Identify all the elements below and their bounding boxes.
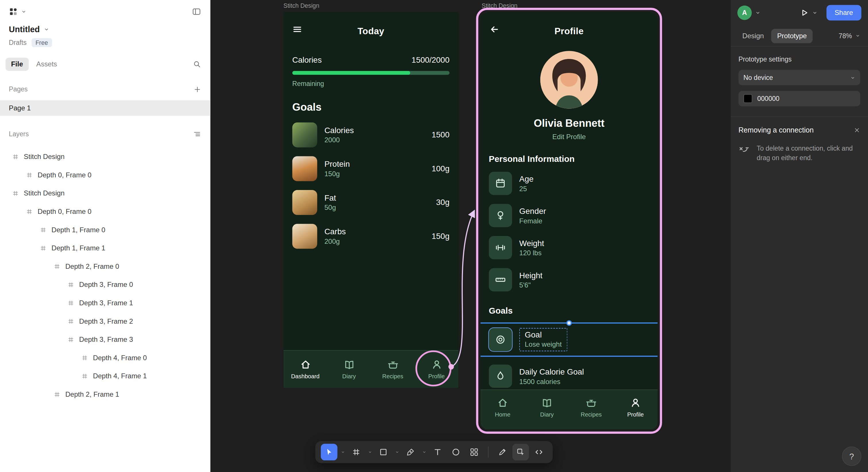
profile-name: Olivia Bennett [489, 118, 649, 130]
layer-row[interactable]: Stitch Design [0, 147, 210, 166]
nav-dashboard[interactable]: Dashboard [283, 351, 327, 388]
inspect-tool[interactable] [513, 444, 529, 461]
move-tool[interactable] [321, 444, 338, 461]
canvas[interactable]: Stitch Design Stitch Design Today Calori… [210, 0, 731, 472]
goal-row-selected[interactable]: GoalLose weight [489, 323, 649, 357]
figma-window: Untitled Drafts Free File Assets Pages P… [0, 0, 868, 472]
edit-profile-link[interactable]: Edit Profile [489, 133, 649, 141]
layer-row[interactable]: Depth 3, Frame 0 [0, 275, 210, 294]
actions-tool[interactable] [466, 444, 483, 461]
layer-options-icon[interactable] [193, 130, 201, 138]
file-name: Untitled [9, 24, 40, 34]
frame-icon [67, 299, 74, 306]
nav-diary[interactable]: Diary [525, 390, 569, 425]
prototype-settings-header: Prototype settings [739, 56, 860, 63]
close-icon[interactable] [854, 126, 860, 133]
toggle-sidebar-icon[interactable] [192, 7, 201, 16]
home-icon [300, 359, 311, 370]
insertion-dot[interactable] [566, 320, 572, 326]
chevron-down-icon[interactable] [339, 444, 346, 461]
tip-title: Removing a connection [739, 126, 814, 134]
chevron-down-icon[interactable] [812, 10, 817, 16]
nav-home[interactable]: Home [480, 390, 525, 425]
layers-header: Layers [9, 130, 29, 138]
nav-profile[interactable]: Profile [613, 390, 657, 425]
pen-tool[interactable] [402, 444, 419, 461]
search-icon[interactable] [193, 60, 201, 68]
layer-row[interactable]: Depth 2, Frame 0 [0, 257, 210, 275]
goal-item[interactable]: Carbs200g 150g [292, 223, 450, 249]
file-location[interactable]: Drafts [9, 39, 27, 47]
layer-row[interactable]: Depth 3, Frame 3 [0, 330, 210, 349]
frame-tool[interactable] [348, 444, 365, 461]
pot-icon [586, 397, 597, 409]
file-title[interactable]: Untitled [0, 16, 210, 34]
add-page-icon[interactable] [194, 86, 201, 93]
info-row[interactable]: GenderFemale [489, 203, 649, 228]
menu-icon[interactable] [292, 24, 303, 34]
device-value: No device [743, 73, 773, 81]
tip-panel: Removing a connection To delete a connec… [731, 117, 868, 163]
layer-label: Depth 0, Frame 0 [38, 208, 91, 215]
layer-row[interactable]: Depth 1, Frame 0 [0, 220, 210, 239]
page-item[interactable]: Page 1 [0, 100, 210, 116]
layer-row[interactable]: Stitch Design [0, 184, 210, 202]
info-row[interactable]: Age25 [489, 171, 649, 196]
layer-row[interactable]: Depth 4, Frame 1 [0, 367, 210, 385]
frame-icon [26, 171, 33, 178]
present-icon[interactable] [800, 8, 809, 17]
layer-row[interactable]: Depth 3, Frame 2 [0, 312, 210, 330]
nav-profile[interactable]: Profile [415, 351, 458, 388]
zoom-control[interactable]: 78% [839, 32, 863, 40]
tab-design[interactable]: Design [736, 28, 770, 43]
chevron-down-icon[interactable] [421, 444, 428, 461]
goal-item-value: 150g [432, 232, 450, 241]
goal-item-sub: 200g [324, 237, 424, 245]
chevron-down-icon[interactable] [366, 444, 373, 461]
pencil-tool[interactable] [494, 444, 511, 461]
chevron-down-icon[interactable] [393, 444, 400, 461]
rectangle-tool[interactable] [375, 444, 392, 461]
nav-diary[interactable]: Diary [327, 351, 371, 388]
nav-recipes[interactable]: Recipes [371, 351, 414, 388]
goal-item[interactable]: Calories2000 1500 [292, 122, 450, 147]
goal-item-title: Fat [324, 193, 429, 202]
ellipse-tool[interactable] [447, 444, 464, 461]
back-icon[interactable] [490, 24, 499, 34]
goal-text-selection[interactable]: GoalLose weight [519, 328, 567, 351]
chevron-down-icon[interactable] [755, 10, 761, 16]
tab-prototype[interactable]: Prototype [771, 28, 813, 43]
layer-row[interactable]: Depth 3, Frame 1 [0, 294, 210, 312]
goal-item[interactable]: Fat50g 30g [292, 189, 450, 215]
info-row[interactable]: Weight120 lbs [489, 235, 649, 260]
chevron-down-icon [850, 75, 855, 80]
artboard-label[interactable]: Stitch Design [283, 2, 319, 9]
tab-assets[interactable]: Assets [31, 58, 63, 71]
layer-label: Depth 1, Frame 1 [52, 244, 105, 252]
device-select[interactable]: No device [739, 70, 860, 85]
chevron-down-icon [44, 26, 49, 32]
food-thumbnail [292, 190, 317, 215]
layer-row[interactable]: Depth 0, Frame 0 [0, 166, 210, 184]
info-row[interactable]: Height5'6" [489, 267, 649, 293]
color-swatch[interactable] [743, 94, 752, 103]
artboard-profile[interactable]: Profile Olivia Bennett Edit Profile [480, 12, 658, 429]
calorie-goal-row[interactable]: Daily Calorie Goal1500 calories [489, 363, 649, 389]
layer-row[interactable]: Depth 1, Frame 1 [0, 239, 210, 257]
insertion-line [480, 356, 658, 357]
main-menu[interactable] [9, 7, 27, 16]
layer-row[interactable]: Depth 4, Frame 0 [0, 348, 210, 367]
account-avatar[interactable]: A [737, 5, 752, 20]
layer-row[interactable]: Depth 2, Frame 1 [0, 385, 210, 403]
tab-file[interactable]: File [5, 58, 28, 71]
artboard-today[interactable]: Today Calories 1500/2000 Remaining Goals… [283, 12, 458, 388]
code-tool[interactable] [530, 444, 547, 461]
text-tool[interactable] [429, 444, 446, 461]
nav-recipes[interactable]: Recipes [569, 390, 613, 425]
goal-item[interactable]: Protein150g 100g [292, 156, 450, 181]
help-button[interactable]: ? [842, 446, 861, 466]
layer-row[interactable]: Depth 0, Frame 0 [0, 202, 210, 220]
share-button[interactable]: Share [826, 5, 861, 21]
background-color-field[interactable]: 000000 [739, 91, 860, 106]
goal-item-title: Protein [324, 159, 424, 168]
